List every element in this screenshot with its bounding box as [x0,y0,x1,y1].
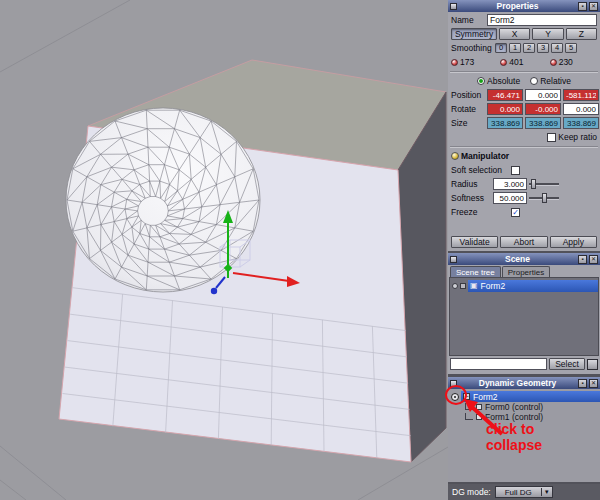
freeze-checkbox[interactable]: ✓ [511,208,520,217]
divider [450,71,598,73]
smoothing-5-button[interactable]: 5 [565,43,577,53]
relative-radio[interactable] [530,77,538,85]
manipulator-icon [451,152,459,160]
panel-icon [450,3,457,10]
radius-slider-knob[interactable] [531,179,536,189]
smoothing-label: Smoothing [451,43,493,53]
edge-icon [500,59,507,66]
viewport-canvas [0,0,448,500]
softness-label: Softness [451,193,491,203]
chevron-down-icon: ▾ [541,488,552,496]
symmetry-y-button[interactable]: Y [532,28,563,40]
name-label: Name [451,15,485,25]
validate-button[interactable]: Validate [451,236,498,248]
position-x-field[interactable] [487,89,523,101]
apply-button[interactable]: Apply [550,236,597,248]
size-y-field[interactable] [525,117,561,129]
scene-item-label: Form2 [481,281,506,291]
keep-ratio-label: Keep ratio [558,132,597,142]
keep-ratio-checkbox[interactable] [547,133,556,142]
manipulator-label: Manipulator [461,151,509,161]
dg-mode-label: DG mode: [452,487,491,497]
shade-icon[interactable]: ▪ [578,255,587,264]
dg-row-form0[interactable]: Form0 (control) [448,402,600,412]
tab-properties[interactable]: Properties [502,266,550,277]
properties-title: Properties [459,1,576,11]
sphere-cutout[interactable] [66,108,260,292]
dynamic-geometry-panel: Dynamic Geometry ▪ ✕ − Form2 Form0 (cont… [448,377,600,482]
dg-item-label: Form0 (control) [485,402,543,412]
right-dock: Properties ▪ ✕ Name Symmetry X Y Z Smoot… [448,0,600,500]
smoothing-1-button[interactable]: 1 [509,43,521,53]
rotate-z-field[interactable] [563,103,599,115]
dg-title: Dynamic Geometry [459,378,576,388]
tree-connector [465,403,473,410]
smoothing-4-button[interactable]: 4 [551,43,563,53]
gizmo-z-handle[interactable] [211,288,217,294]
tab-scene-tree[interactable]: Scene tree [450,266,501,277]
select-button[interactable]: Select [549,358,585,370]
vertex-icon [451,59,458,66]
soft-selection-checkbox[interactable] [511,166,520,175]
scene-tree[interactable]: ▣ Form2 [449,277,599,356]
radius-field[interactable] [493,178,527,190]
dg-titlebar[interactable]: Dynamic Geometry ▪ ✕ [448,377,600,389]
smoothing-0-button[interactable]: 0 [495,43,507,53]
scene-tree-row-form2[interactable]: ▣ Form2 [450,280,598,292]
edge-count-value: 401 [509,57,523,67]
scene-titlebar[interactable]: Scene ▪ ✕ [448,253,600,265]
properties-titlebar[interactable]: Properties ▪ ✕ [448,0,600,12]
size-label: Size [451,118,485,128]
eye-icon[interactable] [451,393,459,401]
close-icon[interactable]: ✕ [589,255,598,264]
shade-icon[interactable]: ▪ [578,379,587,388]
scene-row-gutter [450,283,468,289]
size-x-field[interactable] [487,117,523,129]
relative-label: Relative [540,76,571,86]
tree-connector [465,413,473,420]
dg-mode-dropdown[interactable]: Full DG ▾ [495,486,553,498]
viewport-3d[interactable] [0,0,448,500]
scene-search-input[interactable] [450,358,547,370]
smoothing-2-button[interactable]: 2 [523,43,535,53]
dg-tree[interactable]: − Form2 Form0 (control) Form1 (control) [448,389,600,482]
position-z-field[interactable] [563,89,599,101]
scene-options-button[interactable] [587,359,598,370]
rotate-x-field[interactable] [487,103,523,115]
scene-selected-item[interactable]: ▣ Form2 [468,280,598,292]
abort-button[interactable]: Abort [500,236,547,248]
rotate-y-field[interactable] [525,103,561,115]
shade-icon[interactable]: ▪ [578,2,587,11]
position-label: Position [451,90,485,100]
close-icon[interactable]: ✕ [589,2,598,11]
visibility-icon[interactable] [452,283,458,289]
dg-row-gutter [448,393,461,401]
smoothing-3-button[interactable]: 3 [537,43,549,53]
scene-panel: Scene ▪ ✕ Scene tree Properties ▣ Form2 … [448,253,600,374]
softness-field[interactable] [493,192,527,204]
lock-icon[interactable] [460,283,466,289]
absolute-radio[interactable] [477,77,485,85]
edge-count: 401 [500,57,547,67]
divider [450,146,598,148]
dg-item-label: Form1 (control) [485,412,543,422]
size-z-field[interactable] [563,117,599,129]
position-y-field[interactable] [525,89,561,101]
dg-row-form1[interactable]: Form1 (control) [448,412,600,422]
softness-slider-knob[interactable] [542,193,547,203]
rotate-label: Rotate [451,104,485,114]
dg-row-form2[interactable]: − Form2 [448,391,600,402]
vertex-count-value: 173 [460,57,474,67]
properties-panel: Properties ▪ ✕ Name Symmetry X Y Z Smoot… [448,0,600,251]
name-input[interactable] [487,14,597,26]
close-icon[interactable]: ✕ [589,379,598,388]
dg-selected-item[interactable]: − Form2 [461,391,600,402]
mesh-icon: ▣ [470,282,478,290]
symmetry-z-button[interactable]: Z [566,28,597,40]
collapse-icon[interactable]: − [463,393,470,400]
symmetry-button[interactable]: Symmetry [451,28,497,40]
softness-slider[interactable] [529,193,559,203]
node-icon [476,404,482,410]
symmetry-x-button[interactable]: X [499,28,530,40]
radius-slider[interactable] [529,179,559,189]
